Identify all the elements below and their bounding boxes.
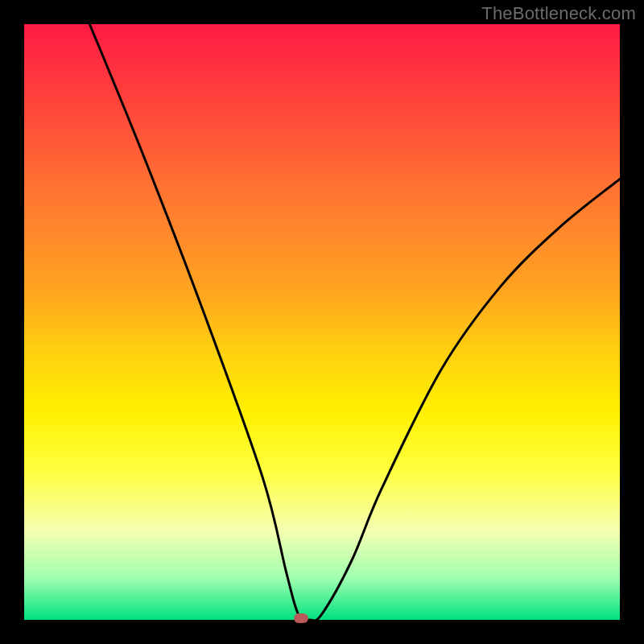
- line-series: [24, 24, 620, 620]
- plot-area: [24, 24, 620, 620]
- watermark-text: TheBottleneck.com: [481, 3, 636, 24]
- optimum-marker: [294, 613, 308, 623]
- chart-container: TheBottleneck.com: [0, 0, 644, 644]
